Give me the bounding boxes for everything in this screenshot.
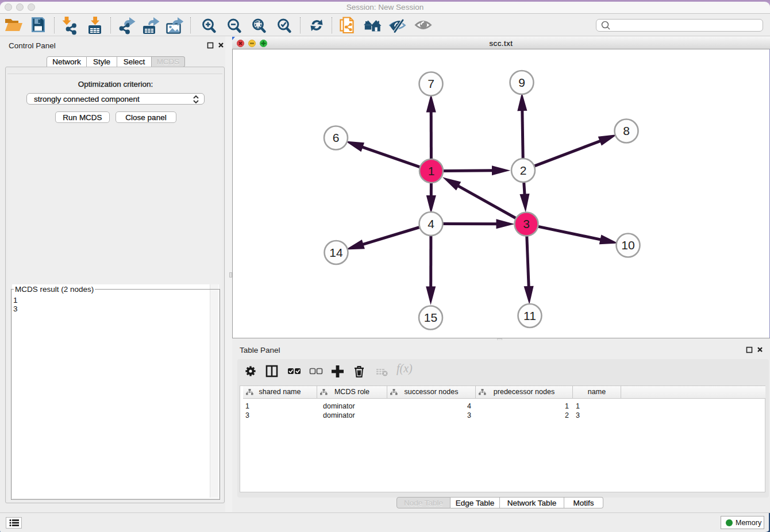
- svg-text:2: 2: [520, 164, 527, 177]
- svg-text:3: 3: [523, 217, 530, 230]
- svg-text:8: 8: [623, 124, 630, 137]
- svg-text:1: 1: [428, 164, 435, 178]
- svg-text:11: 11: [523, 309, 536, 322]
- svg-text:14: 14: [329, 246, 343, 259]
- svg-text:10: 10: [621, 238, 634, 252]
- svg-text:7: 7: [428, 77, 434, 90]
- svg-text:9: 9: [518, 76, 525, 89]
- svg-text:6: 6: [333, 131, 340, 144]
- svg-text:4: 4: [428, 217, 434, 230]
- svg-text:15: 15: [424, 311, 437, 324]
